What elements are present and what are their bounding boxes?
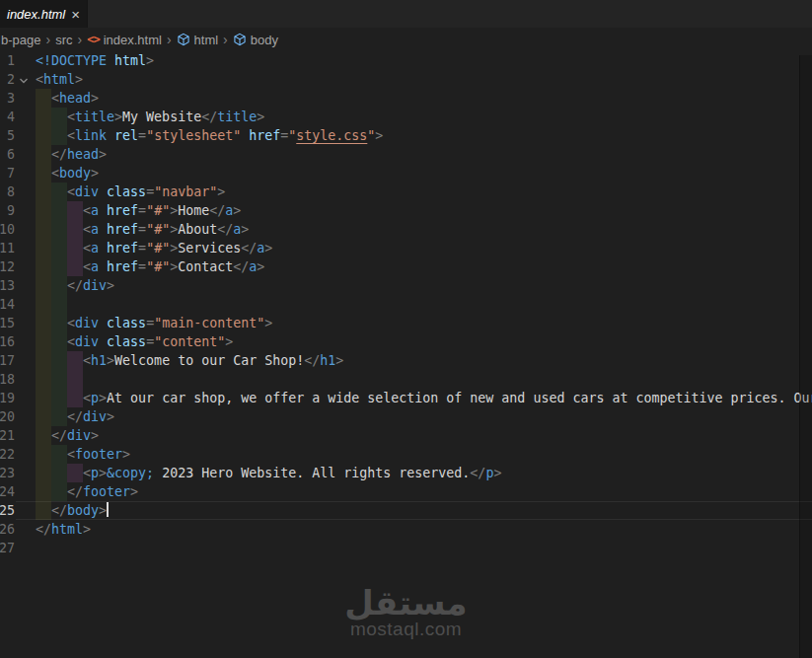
watermark-logo: مستقل bbox=[0, 585, 812, 621]
code-token: < bbox=[67, 334, 75, 349]
code-token: = bbox=[146, 316, 154, 330]
code-token: </ bbox=[304, 353, 320, 368]
code-line-content[interactable]: <a href="#">Services</a> bbox=[16, 239, 812, 257]
code-token: Contact bbox=[178, 259, 233, 274]
code-token: > bbox=[257, 259, 264, 274]
code-line-content[interactable]: <p>At our car shop, we offer a wide sele… bbox=[16, 389, 812, 407]
code-line: 3 <head> bbox=[0, 89, 812, 108]
tab-index-html[interactable]: index.html × bbox=[0, 0, 88, 28]
line-number-gutter[interactable]: 2 bbox=[0, 70, 16, 89]
breadcrumb-item-src[interactable]: src bbox=[55, 33, 72, 47]
code-token: > bbox=[241, 222, 249, 237]
code-line: 24 </footer> bbox=[0, 482, 812, 501]
code-token: </ bbox=[470, 466, 485, 480]
line-number-gutter[interactable]: 21 bbox=[0, 426, 16, 445]
code-line: 25 </body> bbox=[0, 501, 812, 520]
code-token: <!DOCTYPE bbox=[36, 53, 107, 68]
code-line: 27 bbox=[0, 539, 812, 557]
indent-guide-band bbox=[51, 257, 67, 276]
line-number-gutter[interactable]: 5 bbox=[0, 126, 16, 145]
line-number-gutter[interactable]: 4 bbox=[0, 108, 16, 126]
code-token: "#" bbox=[146, 222, 170, 237]
code-token: < bbox=[83, 466, 91, 480]
breadcrumb-separator: › bbox=[167, 33, 172, 46]
line-number-gutter[interactable]: 18 bbox=[0, 370, 16, 389]
code-token: </ bbox=[67, 484, 83, 499]
code-token: = bbox=[138, 222, 146, 237]
code-token: link bbox=[75, 128, 107, 143]
code-line-content[interactable]: <div class="navbar"> bbox=[16, 183, 812, 201]
code-line-content[interactable]: <!DOCTYPE html> bbox=[16, 51, 812, 70]
code-line-content[interactable]: <a href="#">Home</a> bbox=[16, 201, 812, 220]
scrollbar-shadow[interactable] bbox=[799, 55, 812, 658]
indent-guide-band bbox=[36, 126, 51, 145]
code-token: footer bbox=[83, 484, 130, 499]
breadcrumb-item-index-html[interactable]: <>index.html bbox=[87, 33, 162, 47]
watermark-site-label: mostaql.com bbox=[0, 619, 812, 640]
line-number-gutter[interactable]: 17 bbox=[0, 351, 16, 370]
code-token: </ bbox=[51, 428, 67, 443]
code-line-content[interactable]: <a href="#">About</a> bbox=[16, 220, 812, 239]
code-line-content[interactable]: <footer> bbox=[16, 445, 812, 464]
line-number: 23 bbox=[0, 464, 15, 482]
code-line-content[interactable]: </body> bbox=[16, 501, 812, 520]
line-number-gutter[interactable]: 15 bbox=[0, 314, 16, 332]
breadcrumb-item-html[interactable]: html bbox=[177, 33, 219, 47]
code-line-content[interactable]: <body> bbox=[16, 164, 812, 183]
line-number-gutter[interactable]: 6 bbox=[0, 145, 16, 164]
line-number-gutter[interactable]: 14 bbox=[0, 295, 16, 314]
code-line-content[interactable]: <a href="#">Contact</a> bbox=[16, 257, 812, 276]
line-number-gutter[interactable]: 7 bbox=[0, 164, 16, 183]
code-line-content[interactable]: </div> bbox=[16, 426, 812, 445]
code-line-content[interactable]: </head> bbox=[16, 145, 812, 164]
indent-guide-band bbox=[67, 220, 83, 239]
line-number-gutter[interactable]: 22 bbox=[0, 445, 16, 464]
code-line-content[interactable]: </div> bbox=[16, 276, 812, 295]
code-line-content[interactable]: <p>&copy; 2023 Hero Website. All rights … bbox=[16, 464, 812, 482]
code-line-content[interactable]: <link rel="stylesheet" href="style.css"> bbox=[16, 126, 812, 145]
indent-guide-band bbox=[36, 426, 51, 445]
code-line-content[interactable] bbox=[16, 370, 812, 389]
line-number: 18 bbox=[0, 370, 15, 389]
code-token: "navbar" bbox=[154, 184, 217, 199]
line-number-gutter[interactable]: 8 bbox=[0, 183, 16, 201]
line-number-gutter[interactable]: 24 bbox=[0, 482, 16, 501]
code-token: 2023 Hero Website. All rights reserved. bbox=[154, 466, 470, 480]
code-line-content[interactable]: </footer> bbox=[16, 482, 812, 501]
code-token: > bbox=[146, 53, 154, 68]
code-line-content[interactable]: </div> bbox=[16, 407, 812, 426]
line-number-gutter[interactable]: 16 bbox=[0, 332, 16, 351]
code-line-content[interactable]: <title>My Website</title> bbox=[16, 108, 812, 126]
code-token: div bbox=[75, 184, 99, 199]
code-token: style.css bbox=[296, 128, 367, 143]
code-line-content[interactable] bbox=[16, 295, 812, 314]
line-number-gutter[interactable]: 19 bbox=[0, 389, 16, 407]
close-icon[interactable]: × bbox=[71, 7, 80, 22]
line-number-gutter[interactable]: 25 bbox=[0, 501, 16, 520]
line-number-gutter[interactable]: 23 bbox=[0, 464, 16, 482]
line-number-gutter[interactable]: 9 bbox=[0, 201, 16, 220]
code-line-content[interactable]: <head> bbox=[16, 89, 812, 108]
line-number-gutter[interactable]: 13 bbox=[0, 276, 16, 295]
line-number-gutter[interactable]: 11 bbox=[0, 239, 16, 257]
code-line-content[interactable]: <h1>Welcome to our Car Shop!</h1> bbox=[16, 351, 812, 370]
code-token: = bbox=[146, 184, 154, 199]
code-token: > bbox=[99, 466, 107, 480]
line-number-gutter[interactable]: 10 bbox=[0, 220, 16, 239]
line-number-gutter[interactable]: 26 bbox=[0, 520, 16, 539]
code-line-content[interactable]: <div class="content"> bbox=[16, 332, 812, 351]
code-token: > bbox=[217, 184, 225, 199]
line-number-gutter[interactable]: 3 bbox=[0, 89, 16, 108]
code-line-content[interactable] bbox=[16, 539, 812, 557]
code-line-content[interactable]: <html> bbox=[16, 70, 812, 89]
line-number-gutter[interactable]: 12 bbox=[0, 257, 16, 276]
line-number-gutter[interactable]: 1 bbox=[0, 51, 16, 70]
line-number-gutter[interactable]: 27 bbox=[0, 539, 16, 557]
breadcrumb-item-b-page[interactable]: b-page bbox=[1, 33, 40, 47]
code-token: = bbox=[138, 128, 146, 143]
breadcrumb-label: body bbox=[251, 33, 278, 47]
breadcrumb-item-body[interactable]: body bbox=[233, 33, 278, 47]
line-number-gutter[interactable]: 20 bbox=[0, 407, 16, 426]
code-line-content[interactable]: </html> bbox=[16, 520, 812, 539]
code-line-content[interactable]: <div class="main-content"> bbox=[16, 314, 812, 332]
